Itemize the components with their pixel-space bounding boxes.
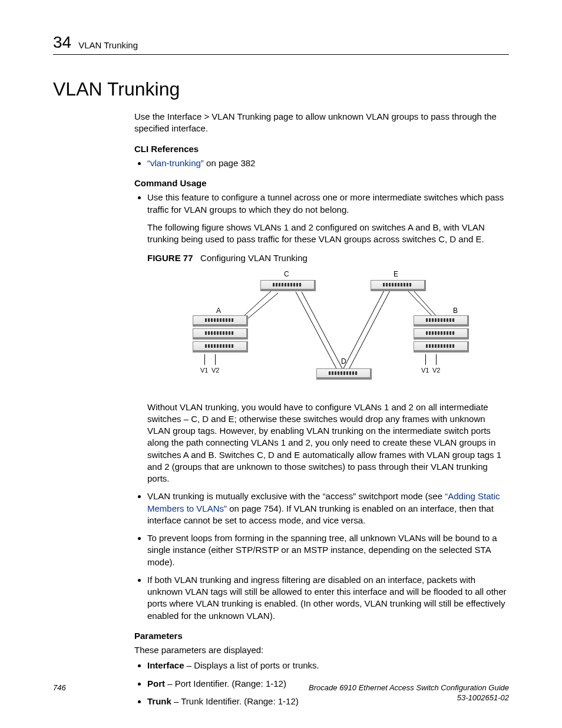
svg-line-3: [302, 292, 343, 370]
cli-refs-heading: CLI References: [134, 143, 509, 155]
list-item: VLAN trunking is mutually exclusive with…: [147, 490, 509, 526]
diagram-label-v2: V2: [432, 366, 440, 375]
diagram-label-b: B: [453, 306, 458, 315]
cli-refs-list: “vlan-trunking” on page 382: [134, 157, 509, 169]
list-item: Use this feature to configure a tunnel a…: [147, 192, 509, 485]
bullet-text: Use this feature to configure a tunnel a…: [147, 192, 504, 214]
vlan-trunking-link[interactable]: “vlan-trunking”: [147, 158, 204, 168]
bullet-text: VLAN trunking is mutually exclusive with…: [147, 491, 445, 501]
figure-title: Configuring VLAN Trunking: [200, 253, 308, 263]
diagram-label-d: D: [341, 357, 346, 366]
running-head: 34 VLAN Trunking: [53, 34, 509, 55]
page-footer: 746 Brocade 6910 Ethernet Access Switch …: [53, 683, 509, 703]
doc-number: 53-1002651-02: [457, 693, 509, 702]
diagram-label-v2: V2: [211, 366, 219, 375]
port-line-icon: [215, 354, 216, 365]
doc-title: Brocade 6910 Ethernet Access Switch Conf…: [309, 683, 509, 692]
chapter-number: 34: [53, 34, 71, 51]
svg-line-4: [343, 291, 384, 370]
port-line-icon: [436, 354, 437, 365]
cli-ref-item: “vlan-trunking” on page 382: [147, 157, 509, 169]
after-figure-paragraph: Without VLAN trunking, you would have to…: [147, 401, 509, 485]
port-line-icon: [425, 354, 426, 365]
page-number: 746: [53, 683, 66, 692]
diagram-label-v1: V1: [421, 366, 429, 375]
list-item: To prevent loops from forming in the spa…: [147, 532, 509, 568]
switch-e-icon: [371, 280, 426, 291]
diagram-label-e: E: [394, 269, 398, 279]
params-intro: These parameters are displayed:: [134, 644, 509, 656]
cmd-usage-heading: Command Usage: [134, 177, 509, 189]
svg-line-2: [296, 292, 337, 370]
switch-a-stack-icon: [193, 315, 248, 353]
switch-d-icon: [316, 368, 372, 380]
switch-b-stack-icon: [414, 315, 469, 353]
running-head-text: VLAN Trunking: [78, 41, 138, 51]
figure-caption: FIGURE 77 Configuring VLAN Trunking: [147, 252, 509, 264]
bullet-sub-paragraph: The following figure shows VLANs 1 and 2…: [147, 222, 509, 246]
param-term: Interface: [147, 660, 184, 670]
port-line-icon: [204, 354, 205, 365]
param-desc: – Displays a list of ports or trunks.: [184, 660, 319, 670]
switch-c-icon: [260, 280, 316, 291]
vlan-trunking-diagram: C E A V1 V2 B: [181, 269, 475, 393]
svg-line-5: [349, 291, 390, 370]
params-heading: Parameters: [134, 630, 509, 642]
page-title: VLAN Trunking: [53, 78, 509, 100]
cli-ref-text: on page 382: [204, 158, 256, 168]
diagram-label-c: C: [284, 269, 289, 279]
intro-paragraph: Use the Interface > VLAN Trunking page t…: [134, 111, 509, 135]
cmd-usage-list: Use this feature to configure a tunnel a…: [134, 192, 509, 622]
diagram-label-a: A: [216, 306, 221, 315]
list-item: Interface – Displays a list of ports or …: [147, 660, 509, 671]
list-item: If both VLAN trunking and ingress filter…: [147, 574, 509, 622]
diagram-label-v1: V1: [200, 366, 208, 375]
figure-label: FIGURE 77: [147, 253, 193, 263]
